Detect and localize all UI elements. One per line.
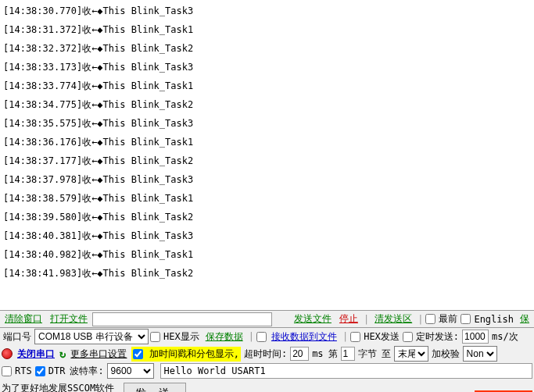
recv-to-file-label[interactable]: 接收数据到文件 [268, 330, 340, 344]
toolbar-row-2: 端口号 COM18 USB 串行设备 HEX显示 保存数据 | 接收数据到文件 … [0, 328, 534, 345]
add-check-label: 加校验 [430, 347, 461, 361]
dtr-label: DTR [47, 365, 67, 376]
port-status-icon [2, 348, 13, 359]
log-line: [14:38:32.372]收←◆This Blink_Task2 [3, 39, 531, 58]
byte-label: 字节 [357, 347, 378, 361]
nth-label: 第 [327, 347, 339, 361]
log-line: [14:38:38.579]收←◆This Blink_Task1 [3, 189, 531, 208]
log-line: [14:38:39.580]收←◆This Blink_Task2 [3, 208, 531, 226]
timestamp-option: 加时间戳和分包显示, [131, 347, 240, 362]
hex-display-label: HEX显示 [162, 330, 201, 344]
timeout-label: 超时时间: [242, 347, 289, 361]
log-line: [14:38:36.176]收←◆This Blink_Task1 [3, 133, 531, 151]
hex-display-checkbox[interactable] [150, 332, 160, 342]
toolbar-row-1: 清除窗口 打开文件 发送文件 停止 | 清发送区 | 最前 English 保 [0, 311, 534, 328]
to-label: 至 [380, 347, 392, 361]
log-line: [14:38:34.775]收←◆This Blink_Task2 [3, 95, 531, 114]
clear-window-button[interactable]: 清除窗口 [2, 312, 45, 326]
english-checkbox[interactable] [461, 314, 471, 324]
rts-checkbox[interactable] [2, 366, 12, 376]
save-params-button[interactable]: 保 [517, 312, 532, 326]
dtr-checkbox[interactable] [35, 366, 45, 376]
end-combo[interactable]: 末尾 [394, 346, 428, 362]
log-line: [14:38:37.177]收←◆This Blink_Task2 [3, 151, 531, 170]
clear-send-area-button[interactable]: 清发送区 [371, 312, 415, 326]
footer-promo: 为了更好地发展SSCOM软件 请您注册嘉立创F结尾客户 [2, 383, 114, 392]
english-label: English [472, 314, 515, 325]
nth-input[interactable] [341, 347, 355, 361]
toolbar-row-3: 关闭串口 ↻ 更多串口设置 加时间戳和分包显示, 超时时间: ms 第 字节 至… [0, 345, 534, 362]
refresh-icon[interactable]: ↻ [59, 347, 66, 360]
toolbar-row-4: RTS DTR 波特率: 9600 [0, 362, 534, 380]
send-data-input[interactable] [160, 363, 532, 379]
hex-send-label: HEX发送 [362, 330, 401, 344]
hex-send-checkbox[interactable] [350, 332, 360, 342]
topmost-checkbox[interactable] [425, 314, 435, 324]
timestamp-checkbox[interactable] [133, 349, 143, 359]
save-data-button[interactable]: 保存数据 [202, 330, 246, 344]
port-label: 端口号 [2, 330, 33, 344]
rts-label: RTS [13, 365, 34, 376]
log-line: [14:38:41.983]收←◆This Blink_Task2 [3, 264, 531, 283]
baud-label: 波特率: [68, 365, 105, 378]
timed-send-checkbox[interactable] [403, 332, 413, 342]
timeout-unit: ms [310, 348, 324, 359]
log-line: [14:38:30.770]收←◆This Blink_Task3 [3, 2, 531, 20]
log-line: [14:38:31.372]收←◆This Blink_Task1 [3, 20, 531, 39]
file-path-input[interactable] [92, 312, 272, 326]
log-line: [14:38:40.381]收←◆This Blink_Task3 [3, 226, 531, 245]
more-settings-button[interactable]: 更多串口设置 [67, 347, 130, 361]
timed-send-unit: ms/次 [490, 330, 520, 344]
send-button[interactable]: 发 送 [124, 383, 186, 392]
open-file-button[interactable]: 打开文件 [47, 312, 91, 326]
timestamp-label: 加时间戳和分包显示, [149, 348, 239, 359]
topmost-label: 最前 [437, 312, 459, 326]
log-output: [14:38:30.770]收←◆This Blink_Task3[14:38:… [0, 0, 534, 311]
baud-combo[interactable]: 9600 [107, 363, 154, 379]
check-combo[interactable]: None [463, 346, 497, 362]
close-port-button[interactable]: 关闭串口 [14, 347, 58, 361]
stop-button[interactable]: 停止 [336, 312, 361, 326]
timed-send-label: 定时发送: [414, 330, 461, 344]
port-combo[interactable]: COM18 USB 串行设备 [34, 329, 149, 344]
log-line: [14:38:33.173]收←◆This Blink_Task3 [3, 58, 531, 77]
timed-send-value[interactable] [462, 330, 489, 344]
log-line: [14:38:33.774]收←◆This Blink_Task1 [3, 77, 531, 95]
footer: 为了更好地发展SSCOM软件 请您注册嘉立创F结尾客户 发 送 0:00/0:1… [0, 380, 534, 392]
timeout-input[interactable] [290, 347, 309, 361]
recv-to-file-checkbox[interactable] [256, 332, 267, 342]
send-file-button[interactable]: 发送文件 [291, 312, 335, 326]
log-line: [14:38:37.978]收←◆This Blink_Task3 [3, 170, 531, 189]
log-line: [14:38:40.982]收←◆This Blink_Task1 [3, 245, 531, 264]
log-line: [14:38:35.575]收←◆This Blink_Task3 [3, 114, 531, 133]
